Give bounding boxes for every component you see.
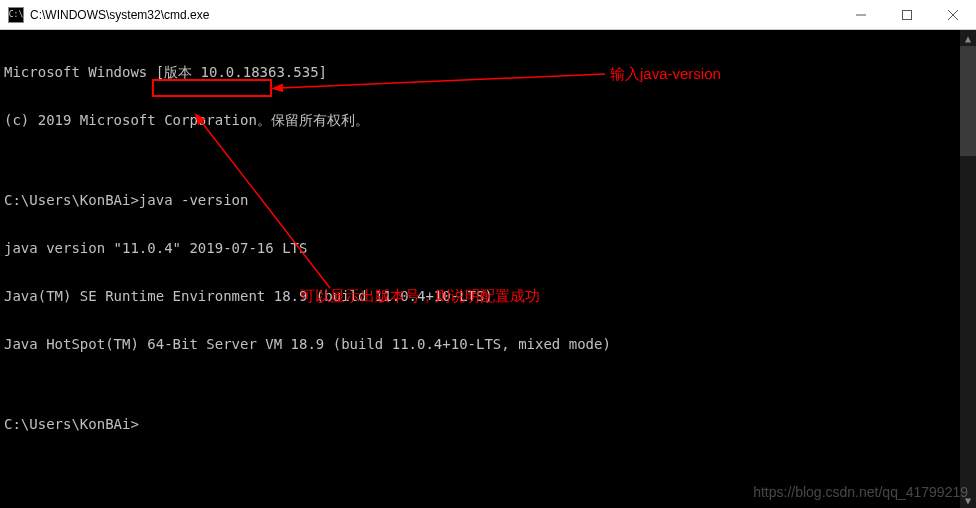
svg-rect-1	[903, 11, 912, 20]
maximize-button[interactable]	[884, 0, 930, 30]
command-highlight-box	[152, 79, 272, 97]
output-line: Microsoft Windows [版本 10.0.18363.535]	[4, 64, 972, 80]
vertical-scrollbar[interactable]: ▲ ▼	[960, 30, 976, 508]
window-title: C:\WINDOWS\system32\cmd.exe	[30, 8, 838, 22]
prompt-line: C:\Users\KonBAi>	[4, 416, 972, 432]
output-line: (c) 2019 Microsoft Corporation。保留所有权利。	[4, 112, 972, 128]
command-line: C:\Users\KonBAi>java -version	[4, 192, 972, 208]
cmd-icon: C:\	[8, 7, 24, 23]
minimize-button[interactable]	[838, 0, 884, 30]
terminal-area[interactable]: Microsoft Windows [版本 10.0.18363.535] (c…	[0, 30, 976, 508]
close-button[interactable]	[930, 0, 976, 30]
window-controls	[838, 0, 976, 29]
typed-command: java -version	[139, 192, 249, 208]
scrollbar-thumb[interactable]	[960, 46, 976, 156]
window-titlebar: C:\ C:\WINDOWS\system32\cmd.exe	[0, 0, 976, 30]
scroll-up-icon[interactable]: ▲	[960, 30, 976, 46]
annotation-success-hint: 可以显示出版本号，则说明配置成功	[300, 288, 540, 304]
output-line: Java HotSpot(TM) 64-Bit Server VM 18.9 (…	[4, 336, 972, 352]
prompt: C:\Users\KonBAi>	[4, 192, 139, 208]
output-line: java version "11.0.4" 2019-07-16 LTS	[4, 240, 972, 256]
watermark-text: https://blog.csdn.net/qq_41799219	[753, 484, 968, 500]
annotation-input-hint: 输入java-version	[610, 66, 721, 82]
